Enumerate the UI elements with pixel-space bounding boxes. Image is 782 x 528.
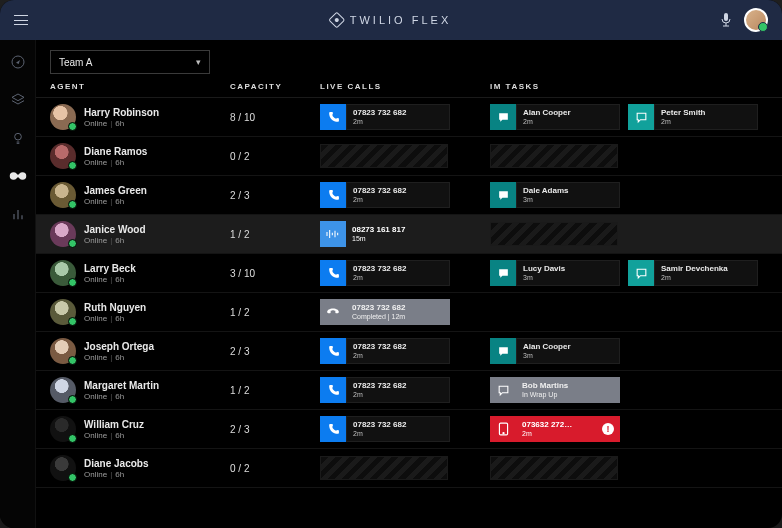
task-pill[interactable]: Peter Smith2m (628, 104, 758, 130)
nav-compass-icon[interactable] (8, 52, 28, 72)
nav-stats-icon[interactable] (8, 204, 28, 224)
agent-row[interactable]: Margaret MartinOnline|6h1 / 207823 732 6… (36, 371, 782, 410)
task-pill[interactable]: 07823 732 6822m (320, 416, 450, 442)
agent-row[interactable]: Janice WoodOnline|6h1 / 208273 161 81715… (36, 215, 782, 254)
agent-avatar[interactable] (50, 104, 76, 130)
agent-capacity: 1 / 2 (230, 229, 320, 240)
agent-capacity: 1 / 2 (230, 307, 320, 318)
calls-cell (320, 144, 490, 168)
phone-icon (320, 416, 346, 442)
task-pill[interactable]: 073632 272…2m (490, 416, 620, 442)
chat-outline-icon (490, 377, 516, 403)
calls-cell: 07823 732 6822m (320, 416, 490, 442)
task-body: 07823 732 6822m (346, 104, 450, 130)
task-line1: Samir Devchenka (661, 264, 751, 274)
agent-row[interactable]: James GreenOnline|6h2 / 307823 732 6822m… (36, 176, 782, 215)
calls-cell: 07823 732 682Completed | 12m (320, 299, 490, 325)
empty-slot (320, 456, 448, 480)
task-line2: 2m (353, 274, 443, 282)
task-body: Alan Cooper2m (516, 104, 620, 130)
team-select-value: Team A (59, 57, 92, 68)
calls-cell: 08273 161 81715m (320, 221, 490, 247)
task-pill[interactable]: 08273 161 81715m (320, 221, 450, 247)
task-line2: 2m (353, 430, 443, 438)
task-line1: Dale Adams (523, 186, 613, 196)
task-pill[interactable]: Samir Devchenka2m (628, 260, 758, 286)
agent-row[interactable]: Diane JacobsOnline|6h0 / 2 (36, 449, 782, 488)
agent-avatar[interactable] (50, 416, 76, 442)
agent-capacity: 2 / 3 (230, 190, 320, 201)
task-line1: Alan Cooper (523, 108, 613, 118)
task-body: Alan Cooper3m (516, 338, 620, 364)
task-pill[interactable]: 07823 732 6822m (320, 104, 450, 130)
agent-avatar[interactable] (50, 260, 76, 286)
task-line1: 07823 732 682 (353, 342, 443, 352)
agent-avatar[interactable] (50, 143, 76, 169)
ims-cell: Lucy Davis3mSamir Devchenka2m (490, 260, 768, 286)
agent-cell: James GreenOnline|6h (50, 182, 230, 208)
chat-solid-icon (490, 182, 516, 208)
agent-avatar[interactable] (50, 182, 76, 208)
microphone-icon[interactable] (720, 13, 732, 27)
agent-status: Online|6h (84, 119, 159, 128)
agent-status: Online|6h (84, 470, 148, 479)
task-pill[interactable]: Bob MartinsIn Wrap Up (490, 377, 620, 403)
agent-avatar[interactable] (50, 299, 76, 325)
task-line1: 07823 732 682 (353, 381, 443, 391)
task-pill[interactable]: Alan Cooper2m (490, 104, 620, 130)
task-pill[interactable]: 07823 732 6822m (320, 182, 450, 208)
phone-icon (320, 260, 346, 286)
task-line2: 3m (523, 352, 613, 360)
menu-icon[interactable] (14, 15, 28, 25)
task-pill[interactable]: 07823 732 6822m (320, 377, 450, 403)
agent-name: Ruth Nguyen (84, 302, 146, 314)
phone-icon (320, 104, 346, 130)
nav-binoculars-icon[interactable] (8, 166, 28, 186)
task-pill[interactable]: Alan Cooper3m (490, 338, 620, 364)
agent-info: James GreenOnline|6h (84, 185, 147, 206)
task-pill[interactable]: 07823 732 682Completed | 12m (320, 299, 450, 325)
agent-info: Janice WoodOnline|6h (84, 224, 146, 245)
agent-avatar[interactable] (50, 455, 76, 481)
ims-cell (490, 456, 768, 480)
svg-point-4 (14, 133, 21, 140)
agent-capacity: 2 / 3 (230, 346, 320, 357)
task-body: Lucy Davis3m (516, 260, 620, 286)
main-panel: Team A ▾ AGENT CAPACITY LIVE CALLS IM TA… (36, 40, 782, 528)
task-body: 07823 732 6822m (346, 182, 450, 208)
task-line2: 2m (523, 118, 613, 126)
agent-cell: Ruth NguyenOnline|6h (50, 299, 230, 325)
agent-row[interactable]: Harry RobinsonOnline|6h8 / 1007823 732 6… (36, 98, 782, 137)
agent-cell: Larry BeckOnline|6h (50, 260, 230, 286)
task-pill[interactable]: 07823 732 6822m (320, 260, 450, 286)
agent-info: William CruzOnline|6h (84, 419, 144, 440)
agent-row[interactable]: Diane RamosOnline|6h0 / 2 (36, 137, 782, 176)
agent-avatar[interactable] (50, 377, 76, 403)
task-pill[interactable]: Lucy Davis3m (490, 260, 620, 286)
svg-point-19 (502, 433, 503, 434)
current-user-avatar[interactable] (744, 8, 768, 32)
nav-bulb-icon[interactable] (8, 128, 28, 148)
phone-icon (320, 182, 346, 208)
agent-row[interactable]: Larry BeckOnline|6h3 / 1007823 732 6822m… (36, 254, 782, 293)
agent-row[interactable]: William CruzOnline|6h2 / 307823 732 6822… (36, 410, 782, 449)
task-body: Samir Devchenka2m (654, 260, 758, 286)
agent-avatar[interactable] (50, 338, 76, 364)
task-pill[interactable]: 07823 732 6822m (320, 338, 450, 364)
app-frame: TWILIO FLEX Team A ▾ AGENT (0, 0, 782, 528)
agent-name: Margaret Martin (84, 380, 159, 392)
agent-row[interactable]: Ruth NguyenOnline|6h1 / 207823 732 682Co… (36, 293, 782, 332)
task-line1: 08273 161 817 (352, 225, 444, 235)
task-line2: 2m (353, 352, 443, 360)
agent-row[interactable]: Joseph OrtegaOnline|6h2 / 307823 732 682… (36, 332, 782, 371)
task-pill[interactable]: Dale Adams3m (490, 182, 620, 208)
col-im-tasks: IM TASKS (490, 82, 768, 91)
nav-layers-icon[interactable] (8, 90, 28, 110)
agent-capacity: 3 / 10 (230, 268, 320, 279)
brand: TWILIO FLEX (331, 14, 451, 26)
team-select[interactable]: Team A ▾ (50, 50, 210, 74)
col-capacity: CAPACITY (230, 82, 320, 91)
agent-avatar[interactable] (50, 221, 76, 247)
agent-status: Online|6h (84, 431, 144, 440)
chat-solid-icon (490, 104, 516, 130)
